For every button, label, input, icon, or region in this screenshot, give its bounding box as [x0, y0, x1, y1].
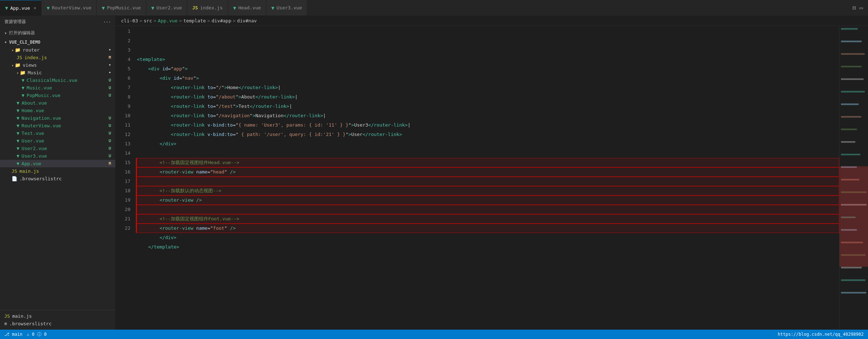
token-text: User3	[354, 120, 368, 130]
tree-item[interactable]: ▾📁 router•	[0, 46, 115, 54]
tree-item[interactable]: ▼ User2.vueU	[0, 145, 115, 152]
split-editor-icon[interactable]: ⊟	[853, 4, 856, 11]
token-tag: </div>	[160, 233, 177, 242]
token-text	[137, 74, 160, 83]
token-comment: <!--加载固定视图组件Head.vue-->	[160, 158, 239, 167]
tree-item[interactable]: ▼ About.vue	[0, 99, 115, 107]
token-text	[137, 214, 160, 224]
tree-item[interactable]: ▼ User3.vueU	[0, 152, 115, 160]
file-badge: M	[108, 161, 111, 166]
token-punct: ="	[213, 92, 219, 102]
tree-item[interactable]: 📄 .browserslistrc	[0, 175, 115, 182]
tree-item[interactable]: ▼ PopMusic.vueU	[0, 92, 115, 99]
token-tag: >	[236, 102, 239, 111]
file-type-icon: ▾📁	[17, 70, 26, 75]
tree-item[interactable]: ▼ User.vueU	[0, 137, 115, 145]
file-type-icon: ▼	[17, 146, 19, 151]
token-text	[193, 167, 196, 177]
file-badge: U	[108, 85, 111, 90]
token-text: |	[289, 102, 292, 111]
sidebar: 资源管理器 ··· 打开的编辑器 VUE_CLI_DEMO ▾📁 router•…	[0, 16, 115, 330]
token-tag: >	[253, 111, 255, 120]
file-badge: M	[108, 55, 111, 60]
breadcrumb-item: src	[144, 18, 152, 23]
token-text	[137, 83, 171, 92]
tree-item[interactable]: ▼ Test.vueU	[0, 129, 115, 137]
minimap	[839, 26, 868, 330]
tab-routerview-vue[interactable]: ▼RouterView.vue	[41, 0, 97, 16]
tree-item[interactable]: ▼ RouterView.vueU	[0, 122, 115, 129]
token-tag: >	[224, 83, 227, 92]
git-branch[interactable]: ⎇ main	[4, 332, 22, 337]
tab-index-js[interactable]: JSindex.js	[187, 0, 228, 16]
tree-item-label: PopMusic.vue	[27, 93, 61, 98]
tree-item[interactable]: ▾📁 Music•	[0, 69, 115, 76]
token-text	[205, 120, 208, 130]
tree-item[interactable]: ▼ App.vueM	[0, 160, 115, 167]
project-root[interactable]: VUE_CLI_DEMO	[0, 38, 115, 46]
project-arrow	[4, 40, 7, 45]
file-type-icon: ▼	[17, 100, 19, 106]
tree-item[interactable]: ▾📁 views•	[0, 61, 115, 69]
browserslistrc-item[interactable]: ≡ .browserslistrc	[4, 320, 111, 327]
token-tag: <router-link	[171, 102, 205, 111]
token-text: Navigation	[255, 111, 284, 120]
main-js-item[interactable]: JS main.js	[4, 312, 111, 320]
js-icon: JS	[4, 313, 10, 319]
token-text	[193, 195, 196, 205]
line-number: 21	[115, 214, 130, 224]
file-type-icon: ▼	[22, 78, 25, 83]
token-punct: ="	[208, 224, 213, 233]
file-type-icon: JS	[17, 55, 22, 60]
token-text: |	[278, 83, 281, 92]
tab-close[interactable]: ✕	[34, 5, 36, 10]
token-tag: <router-view	[160, 167, 193, 177]
open-editors-arrow	[4, 31, 7, 36]
tree-item[interactable]: JS index.jsM	[0, 54, 115, 61]
tab-head-vue[interactable]: ▼Head.vue	[228, 0, 266, 16]
open-editors-section[interactable]: 打开的编辑器	[0, 28, 115, 38]
file-badge: U	[108, 78, 111, 83]
token-punct: "	[236, 92, 239, 102]
token-tag: </router-link>	[362, 130, 402, 139]
editor-content[interactable]: 12345678910111213141516171819202122 <tem…	[115, 26, 868, 330]
tab-user2-vue[interactable]: ▼User2.vue	[146, 0, 187, 16]
layout-icon[interactable]: ▭	[859, 4, 863, 11]
tab-actions: ⊟ ▭	[847, 4, 868, 11]
token-tag: <router-link	[171, 130, 205, 139]
code-line: <router-link v-bind:to=" { path: '/user'…	[137, 130, 839, 139]
explorer-label: 资源管理器	[4, 19, 26, 25]
tree-item[interactable]: ▼ Navigation.vueU	[0, 114, 115, 122]
code-line: </div>	[137, 233, 839, 242]
code-line: <router-link to="/navigation">Navigation…	[137, 111, 839, 120]
token-text	[160, 64, 163, 74]
token-punct: ="	[233, 130, 239, 139]
token-val: foot	[213, 224, 224, 233]
token-attr: to	[208, 83, 213, 92]
file-badge: U	[108, 123, 111, 128]
token-text	[137, 139, 160, 149]
token-text	[137, 242, 148, 252]
tree-item[interactable]: ▼ ClassicalMusic.vueU	[0, 76, 115, 84]
tab-popmusic-vue[interactable]: ▼PopMusic.vue	[97, 0, 146, 16]
tab-user3-vue[interactable]: ▼User3.vue	[266, 0, 307, 16]
errors-count[interactable]: ⚠ 0 ⓘ 0	[27, 331, 46, 338]
tree-item[interactable]: ▼ Music.vueU	[0, 84, 115, 92]
token-tag: </router-link>	[255, 92, 295, 102]
url-label: https://blog.csdn.net/qq_40298902	[778, 332, 864, 337]
tab-label: App.vue	[10, 5, 30, 11]
tree-item-label: App.vue	[22, 161, 41, 166]
code-line: <div id="app">	[137, 64, 839, 74]
token-punct: "	[348, 120, 351, 130]
sidebar-more-icon[interactable]: ···	[103, 19, 111, 25]
tree-item[interactable]: JS main.js	[0, 167, 115, 175]
vue-icon: ▼	[233, 5, 236, 11]
line-number: 22	[115, 224, 130, 233]
line-number: 16	[115, 167, 130, 177]
token-tag: <router-link	[171, 120, 205, 130]
tree-item[interactable]: ▼ Home.vue	[0, 107, 115, 114]
tree-item-label: About.vue	[22, 100, 47, 106]
file-type-icon: ▼	[17, 161, 19, 166]
token-text: |	[323, 111, 326, 120]
tab-app-vue[interactable]: ▼App.vue✕	[0, 0, 41, 16]
